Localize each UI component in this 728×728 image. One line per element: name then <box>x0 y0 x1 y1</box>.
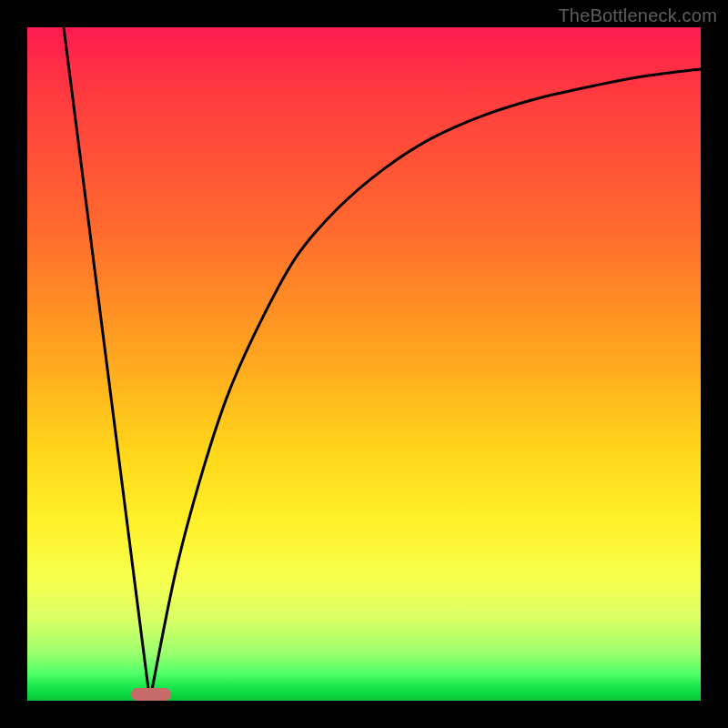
watermark-text: TheBottleneck.com <box>558 5 717 26</box>
plot-area <box>27 27 701 701</box>
right-curve <box>150 69 701 701</box>
chart-frame: TheBottleneck.com <box>0 0 728 728</box>
left-line <box>64 27 150 701</box>
curve-layer <box>27 27 701 701</box>
optimum-marker <box>131 688 171 701</box>
